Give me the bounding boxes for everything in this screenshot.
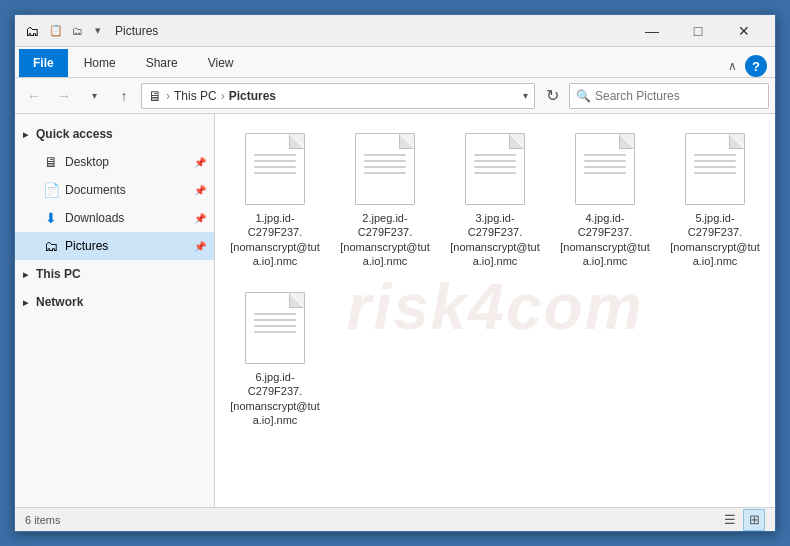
file-lines — [584, 154, 626, 174]
file-grid: 1.jpg.id-C279F237.[nomanscrypt@tuta.io].… — [225, 124, 765, 432]
title-bar: 🗂 📋 🗂 ▾ Pictures — □ ✕ — [15, 15, 775, 47]
desktop-icon: 🖥 — [43, 154, 59, 170]
file-name: 1.jpg.id-C279F237.[nomanscrypt@tuta.io].… — [230, 211, 320, 268]
path-dropdown-button[interactable]: ▾ — [523, 90, 528, 101]
file-icon — [239, 129, 311, 209]
file-lines — [474, 154, 516, 174]
main-content: ▸ Quick access 🖥 Desktop 📌 📄 Documents 📌… — [15, 114, 775, 507]
sidebar-item-downloads[interactable]: ⬇ Downloads 📌 — [15, 204, 214, 232]
qa-newfolder-button[interactable]: 🗂 — [68, 22, 86, 40]
sidebar-section-quick-access[interactable]: ▸ Quick access — [15, 120, 214, 148]
refresh-button[interactable]: ↻ — [539, 83, 565, 109]
search-icon: 🔍 — [576, 89, 591, 103]
doc-shape — [575, 133, 635, 205]
pin-icon-pic: 📌 — [194, 241, 206, 252]
file-icon — [459, 129, 531, 209]
file-line — [254, 166, 296, 168]
search-box[interactable]: 🔍 — [569, 83, 769, 109]
file-line — [694, 154, 736, 156]
ribbon-collapse-button[interactable]: ∧ — [723, 57, 741, 75]
doc-shape — [685, 133, 745, 205]
tab-home[interactable]: Home — [70, 49, 130, 77]
sidebar-section-this-pc[interactable]: ▸ This PC — [15, 260, 214, 288]
file-line — [364, 172, 406, 174]
window-icon: 🗂 — [23, 22, 41, 40]
file-line — [254, 172, 296, 174]
file-line — [584, 172, 626, 174]
documents-icon: 📄 — [43, 182, 59, 198]
file-lines — [364, 154, 406, 174]
file-line — [694, 166, 736, 168]
file-line — [474, 160, 516, 162]
item-count: 6 items — [25, 514, 60, 526]
file-line — [584, 166, 626, 168]
file-item[interactable]: 5.jpg.id-C279F237.[nomanscrypt@tuta.io].… — [665, 124, 765, 273]
file-line — [254, 154, 296, 156]
file-line — [254, 319, 296, 321]
ribbon-tab-list: File Home Share View ∧ ? — [15, 47, 775, 77]
path-icon: 🖥 — [148, 88, 162, 104]
pin-icon: 📌 — [194, 157, 206, 168]
ribbon: File Home Share View ∧ ? — [15, 47, 775, 78]
file-item[interactable]: 2.jpeg.id-C279F237.[nomanscrypt@tuta.io]… — [335, 124, 435, 273]
sidebar-item-documents[interactable]: 📄 Documents 📌 — [15, 176, 214, 204]
file-line — [474, 172, 516, 174]
tab-view[interactable]: View — [194, 49, 248, 77]
file-line — [364, 166, 406, 168]
file-line — [364, 160, 406, 162]
window-title: Pictures — [115, 24, 629, 38]
file-line — [474, 154, 516, 156]
path-sep-2: › — [221, 89, 225, 103]
file-line — [254, 313, 296, 315]
file-line — [254, 331, 296, 333]
window-controls: — □ ✕ — [629, 15, 767, 47]
large-icon-view-button[interactable]: ⊞ — [743, 509, 765, 531]
tab-file[interactable]: File — [19, 49, 68, 77]
close-button[interactable]: ✕ — [721, 15, 767, 47]
file-icon — [679, 129, 751, 209]
file-item[interactable]: 3.jpg.id-C279F237.[nomanscrypt@tuta.io].… — [445, 124, 545, 273]
search-input[interactable] — [595, 89, 762, 103]
address-path-bar[interactable]: 🖥 › This PC › Pictures ▾ — [141, 83, 535, 109]
file-name: 4.jpg.id-C279F237.[nomanscrypt@tuta.io].… — [560, 211, 650, 268]
file-line — [584, 160, 626, 162]
file-name: 3.jpg.id-C279F237.[nomanscrypt@tuta.io].… — [450, 211, 540, 268]
file-item[interactable]: 6.jpg.id-C279F237.[nomanscrypt@tuta.io].… — [225, 283, 325, 432]
pin-icon-docs: 📌 — [194, 185, 206, 196]
back-button[interactable]: ← — [21, 83, 47, 109]
file-icon — [239, 288, 311, 368]
forward-button[interactable]: → — [51, 83, 77, 109]
file-lines — [254, 313, 296, 333]
maximize-button[interactable]: □ — [675, 15, 721, 47]
path-pictures[interactable]: Pictures — [229, 89, 276, 103]
sidebar-item-pictures[interactable]: 🗂 Pictures 📌 — [15, 232, 214, 260]
help-button[interactable]: ? — [745, 55, 767, 77]
file-line — [694, 160, 736, 162]
sidebar-section-network[interactable]: ▸ Network — [15, 288, 214, 316]
file-name: 5.jpg.id-C279F237.[nomanscrypt@tuta.io].… — [670, 211, 760, 268]
file-lines — [254, 154, 296, 174]
file-item[interactable]: 4.jpg.id-C279F237.[nomanscrypt@tuta.io].… — [555, 124, 655, 273]
view-toggle: ☰ ⊞ — [719, 509, 765, 531]
path-this-pc[interactable]: This PC — [174, 89, 217, 103]
recent-locations-button[interactable]: ▾ — [81, 83, 107, 109]
doc-shape — [245, 292, 305, 364]
up-button[interactable]: ↑ — [111, 83, 137, 109]
qa-properties-button[interactable]: 📋 — [47, 22, 65, 40]
sidebar: ▸ Quick access 🖥 Desktop 📌 📄 Documents 📌… — [15, 114, 215, 507]
pin-icon-dl: 📌 — [194, 213, 206, 224]
file-line — [584, 154, 626, 156]
file-line — [254, 325, 296, 327]
status-bar: 6 items ☰ ⊞ — [15, 507, 775, 531]
file-line — [254, 160, 296, 162]
tab-share[interactable]: Share — [132, 49, 192, 77]
file-item[interactable]: 1.jpg.id-C279F237.[nomanscrypt@tuta.io].… — [225, 124, 325, 273]
file-icon — [349, 129, 421, 209]
file-line — [474, 166, 516, 168]
quick-access-toolbar: 📋 🗂 ▾ — [47, 22, 107, 40]
sidebar-item-desktop[interactable]: 🖥 Desktop 📌 — [15, 148, 214, 176]
qa-dropdown-button[interactable]: ▾ — [89, 22, 107, 40]
minimize-button[interactable]: — — [629, 15, 675, 47]
file-icon — [569, 129, 641, 209]
list-view-button[interactable]: ☰ — [719, 509, 741, 531]
